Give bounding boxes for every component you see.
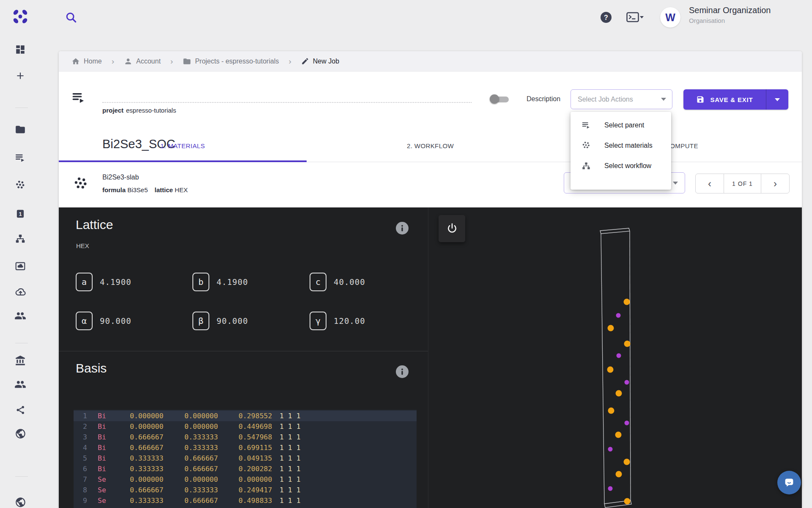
sidebar-item-create[interactable] (12, 67, 29, 84)
basis-table[interactable]: 1Bi0.0000000.0000000.2985521 1 12Bi0.000… (74, 410, 417, 508)
lattice-parameter[interactable]: b4.1900 (192, 273, 310, 291)
basis-cell: 0.449698 (239, 421, 272, 432)
sidebar-item-materials[interactable] (12, 177, 29, 194)
sidebar-item-explore[interactable] (12, 494, 29, 508)
sidebar-item-organization[interactable] (12, 352, 29, 369)
pager-next-button[interactable]: › (761, 174, 789, 193)
menu-item-select-materials[interactable]: Select materials (571, 135, 671, 156)
atom-Bi[interactable] (617, 353, 621, 358)
sidebar-item-workflows[interactable] (12, 230, 29, 247)
description-toggle[interactable] (490, 93, 513, 105)
basis-cell: 7 (74, 474, 87, 485)
material-name[interactable]: Bi2Se3-slab (102, 174, 139, 181)
basis-row[interactable]: 3Bi0.6666670.3333330.5479681 1 1 (74, 432, 417, 442)
breadcrumb-account[interactable]: Account (124, 57, 161, 66)
atom-Se[interactable] (624, 459, 630, 465)
lattice-value[interactable]: 4.1900 (100, 277, 132, 287)
basis-info-button[interactable] (396, 365, 409, 378)
menu-item-select-parent[interactable]: Select parent (571, 115, 671, 135)
viewer-power-button[interactable] (439, 215, 465, 242)
tab-label: 1. MATERIALS (160, 142, 205, 149)
sidebar-item-images[interactable] (12, 258, 29, 275)
basis-row[interactable]: 7Se0.0000000.0000000.0000001 1 1 (74, 474, 417, 485)
basis-row[interactable]: 4Bi0.6666670.3333330.6991151 1 1 (74, 442, 417, 453)
atoms-layer (607, 299, 631, 505)
chat-launcher-button[interactable] (777, 471, 801, 494)
lattice-parameter[interactable]: a4.1900 (76, 273, 192, 291)
structure-viewer[interactable] (428, 207, 802, 508)
tab-materials[interactable]: 1. MATERIALS (59, 129, 307, 162)
lattice-info-button[interactable] (396, 222, 409, 235)
atom-Se[interactable] (608, 325, 614, 331)
atom-Bi[interactable] (625, 380, 629, 385)
job-actions-select[interactable]: Select Job Actions (571, 89, 672, 109)
pager-prev-button[interactable]: ‹ (696, 174, 724, 193)
sidebar-item-entity-one[interactable]: 1 (12, 205, 29, 222)
menu-item-select-workflow[interactable]: Select workflow (571, 156, 671, 176)
tab-workflow[interactable]: 2. WORKFLOW (307, 129, 554, 162)
globe-icon (15, 428, 26, 439)
atom-Se[interactable] (608, 408, 614, 414)
lattice-value[interactable]: 120.00 (334, 316, 365, 326)
basis-row[interactable]: 6Bi0.3333330.6666670.2002821 1 1 (74, 464, 417, 474)
user-avatar[interactable]: W (660, 7, 680, 28)
app-logo[interactable] (12, 9, 30, 26)
basis-row[interactable]: 5Bi0.3333330.6666670.0491351 1 1 (74, 453, 417, 464)
lattice-symbol-box: b (192, 273, 209, 291)
lattice-parameter[interactable]: α90.000 (76, 312, 192, 330)
console-menu-button[interactable] (626, 11, 644, 24)
avatar-letter: W (665, 11, 675, 24)
sidebar-item-public[interactable] (12, 425, 29, 442)
lattice-value[interactable]: 4.1900 (217, 277, 248, 287)
atom-Se[interactable] (624, 498, 631, 505)
sidebar-item-sharing[interactable] (12, 401, 29, 418)
formula-label: formula (102, 186, 126, 193)
workflow-tree-icon (15, 233, 26, 244)
sidebar-item-members[interactable] (12, 376, 29, 393)
basis-cell: 0.154140 (239, 506, 272, 508)
atom-Bi[interactable] (608, 486, 613, 491)
sidebar-item-uploads[interactable] (12, 283, 29, 300)
sidebar-item-projects[interactable] (12, 121, 29, 138)
lattice-symbol-box: α (76, 312, 93, 330)
save-options-button[interactable] (766, 98, 788, 101)
atom-Se[interactable] (616, 471, 622, 478)
atom-Se[interactable] (607, 367, 614, 373)
breadcrumb-project[interactable]: Projects - espresso-tutorials (183, 57, 279, 66)
breadcrumb-new-job[interactable]: New Job (301, 57, 339, 65)
atom-Bi[interactable] (608, 447, 613, 452)
lattice-parameter[interactable]: c40.000 (310, 273, 365, 291)
lattice-value[interactable]: 40.000 (334, 277, 365, 287)
sidebar-item-dashboard[interactable] (12, 41, 29, 58)
atom-Bi[interactable] (625, 421, 629, 425)
save-exit-button[interactable]: SAVE & EXIT (683, 89, 788, 110)
lattice-parameter[interactable]: γ120.00 (310, 312, 365, 330)
atom-Se[interactable] (616, 390, 622, 397)
lattice-value[interactable]: 90.000 (217, 316, 248, 326)
sidebar-item-team[interactable] (12, 307, 29, 324)
sidebar-item-jobs[interactable] (12, 149, 29, 166)
basis-row[interactable]: 2Bi0.0000000.0000000.4496981 1 1 (74, 421, 417, 432)
people-icon (14, 378, 26, 390)
lattice-parameters: a4.1900b4.1900c40.000α90.000β90.000γ120.… (76, 273, 365, 330)
basis-row[interactable]: 9Se0.3333330.6666670.4988331 1 1 (74, 495, 417, 506)
atom-Se[interactable] (624, 299, 630, 305)
basis-cell: Bi (98, 432, 106, 442)
help-button[interactable]: ? (600, 11, 612, 23)
breadcrumb-home[interactable]: Home (71, 57, 102, 66)
basis-cell: 1 1 1 (280, 411, 301, 421)
basis-row[interactable]: 1Bi0.0000000.0000000.2985521 1 1 (74, 411, 417, 421)
pager-count: 1 OF 1 (724, 174, 761, 193)
org-name: Seminar Organization (689, 6, 771, 15)
lattice-parameter[interactable]: β90.000 (192, 312, 310, 330)
basis-row[interactable]: 8Se0.6666670.3333330.2494171 1 1 (74, 485, 417, 495)
basis-cell: 1 1 1 (280, 506, 301, 508)
basis-row[interactable]: 10Se0.0000000.0000000.1541401 1 1 (74, 506, 417, 508)
search-button[interactable] (63, 10, 79, 25)
lattice-value[interactable]: 90.000 (100, 316, 132, 326)
atom-Se[interactable] (615, 432, 622, 438)
atom-Se[interactable] (624, 341, 631, 347)
atom-Bi[interactable] (616, 313, 621, 318)
chevron-down-icon (775, 98, 780, 101)
numbered-box-icon: 1 (15, 208, 26, 219)
